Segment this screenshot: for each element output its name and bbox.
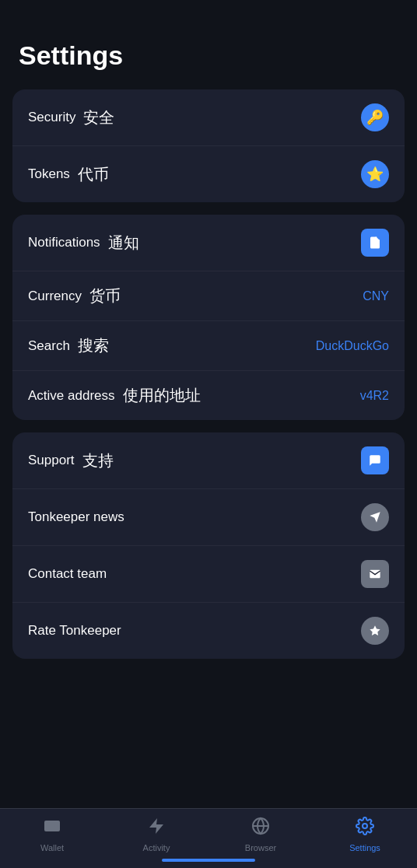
search-left: Search 搜索 <box>28 335 109 356</box>
security-right: 🔑 <box>361 103 389 131</box>
security-row[interactable]: Security 安全 🔑 <box>12 89 405 146</box>
nav-settings[interactable]: Settings <box>338 817 392 852</box>
tokens-right: ⭐ <box>361 160 389 188</box>
currency-label: Currency <box>28 289 82 304</box>
security-left: Security 安全 <box>28 107 114 128</box>
contact-team-left: Contact team <box>28 566 107 582</box>
security-section: Security 安全 🔑 Tokens 代币 ⭐ <box>12 89 405 202</box>
notifications-right <box>361 229 389 257</box>
support-section: Support 支持 Tonkeeper news <box>12 432 405 659</box>
support-label: Support <box>28 453 75 468</box>
bottom-home-indicator <box>162 859 255 862</box>
support-right <box>361 446 389 474</box>
support-row[interactable]: Support 支持 <box>12 432 405 489</box>
svg-point-5 <box>363 824 367 828</box>
tokens-icon: ⭐ <box>361 160 389 188</box>
search-row[interactable]: Search 搜索 DuckDuckGo <box>12 321 405 371</box>
notifications-row[interactable]: Notifications 通知 <box>12 215 405 271</box>
tonkeeper-news-row[interactable]: Tonkeeper news <box>12 489 405 546</box>
search-label: Search <box>28 338 70 354</box>
wallet-nav-label: Wallet <box>40 843 64 852</box>
active-address-row[interactable]: Active address 使用的地址 v4R2 <box>12 371 405 420</box>
page-container: Settings Security 安全 🔑 Tokens 代币 ⭐ Not <box>0 0 417 868</box>
tonkeeper-news-icon <box>361 503 389 531</box>
currency-sublabel: 货币 <box>89 285 121 306</box>
search-sublabel: 搜索 <box>78 335 109 356</box>
settings-icon <box>356 817 374 840</box>
notifications-icon <box>361 229 389 257</box>
svg-marker-2 <box>149 818 163 834</box>
active-address-label: Active address <box>28 388 115 404</box>
nav-wallet[interactable]: Wallet <box>25 817 79 852</box>
tokens-sublabel: 代币 <box>78 164 109 185</box>
wallet-icon <box>43 817 61 840</box>
security-sublabel: 安全 <box>83 107 114 128</box>
notifications-left: Notifications 通知 <box>28 233 139 254</box>
rate-tonkeeper-right <box>361 617 389 645</box>
rate-tonkeeper-label: Rate Tonkeeper <box>28 623 121 639</box>
nav-activity[interactable]: Activity <box>129 817 184 852</box>
currency-value: CNY <box>363 289 389 303</box>
tokens-label: Tokens <box>28 166 70 182</box>
currency-right: CNY <box>363 289 389 303</box>
preferences-section: Notifications 通知 Currency 货币 CNY <box>12 215 405 420</box>
svg-marker-0 <box>370 625 380 635</box>
rate-tonkeeper-icon <box>361 617 389 645</box>
search-right: DuckDuckGo <box>316 339 389 353</box>
contact-team-icon <box>361 560 389 588</box>
activity-icon <box>147 817 166 840</box>
active-address-right: v4R2 <box>360 389 389 403</box>
tokens-row[interactable]: Tokens 代币 ⭐ <box>12 146 405 202</box>
notifications-label: Notifications <box>28 235 100 250</box>
active-address-sublabel: 使用的地址 <box>123 385 201 406</box>
tonkeeper-news-left: Tonkeeper news <box>28 509 124 525</box>
rate-tonkeeper-left: Rate Tonkeeper <box>28 623 121 639</box>
notifications-sublabel: 通知 <box>108 233 139 254</box>
support-icon <box>361 446 389 474</box>
tonkeeper-news-right <box>361 503 389 531</box>
security-icon: 🔑 <box>361 103 389 131</box>
currency-left: Currency 货币 <box>28 285 121 306</box>
nav-browser[interactable]: Browser <box>233 817 288 852</box>
active-address-left: Active address 使用的地址 <box>28 385 201 406</box>
browser-nav-label: Browser <box>245 843 276 852</box>
currency-row[interactable]: Currency 货币 CNY <box>12 271 405 321</box>
tonkeeper-news-label: Tonkeeper news <box>28 509 124 525</box>
tokens-left: Tokens 代币 <box>28 164 109 185</box>
contact-team-right <box>361 560 389 588</box>
rate-tonkeeper-row[interactable]: Rate Tonkeeper <box>12 603 405 659</box>
search-value: DuckDuckGo <box>316 339 389 353</box>
activity-nav-label: Activity <box>143 843 170 852</box>
browser-icon <box>251 817 270 840</box>
support-left: Support 支持 <box>28 450 114 471</box>
contact-team-row[interactable]: Contact team <box>12 546 405 603</box>
page-title: Settings <box>0 0 417 89</box>
contact-team-label: Contact team <box>28 566 107 582</box>
support-sublabel: 支持 <box>82 450 114 471</box>
settings-nav-label: Settings <box>349 843 380 852</box>
security-label: Security <box>28 110 75 125</box>
active-address-value: v4R2 <box>360 389 389 403</box>
